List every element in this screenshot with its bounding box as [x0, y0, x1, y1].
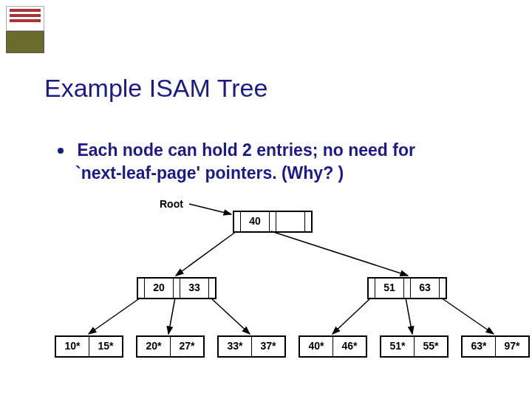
leaf-2: 33* 37*	[217, 335, 286, 358]
leaf-1-1: 27*	[171, 337, 203, 356]
index-left-key-0: 20	[145, 279, 174, 298]
leaf-1: 20* 27*	[136, 335, 205, 358]
index-right: 51 63	[367, 277, 447, 299]
leaf-0-0: 10*	[56, 337, 89, 356]
root-key-1	[276, 212, 305, 231]
leaf-4: 51* 55*	[380, 335, 449, 358]
leaf-5-0: 63*	[463, 337, 496, 356]
leaf-5: 63* 97*	[461, 335, 530, 358]
leaf-2-1: 37*	[252, 337, 284, 356]
leaf-0-1: 15*	[89, 337, 122, 356]
leaf-0: 10* 15*	[55, 335, 123, 358]
leaf-4-1: 55*	[415, 337, 447, 356]
index-right-key-0: 51	[375, 279, 404, 298]
svg-line-0	[189, 204, 231, 214]
leaf-3-1: 46*	[333, 337, 366, 356]
diagram: Root 40 20 33 51 63 10* 15* 20* 27* 33* …	[0, 0, 532, 399]
svg-line-7	[406, 298, 412, 334]
leaf-2-0: 33*	[219, 337, 252, 356]
svg-line-4	[168, 298, 175, 334]
svg-line-6	[332, 298, 371, 334]
svg-line-5	[211, 298, 250, 334]
root-key-0: 40	[241, 212, 270, 231]
leaf-3: 40* 46*	[299, 335, 367, 358]
leaf-4-0: 51*	[381, 337, 415, 356]
root-label: Root	[160, 198, 183, 210]
svg-line-3	[89, 298, 140, 334]
index-right-key-1: 63	[411, 279, 440, 298]
index-left-key-1: 33	[180, 279, 209, 298]
index-left: 20 33	[137, 277, 216, 299]
leaf-5-1: 97*	[496, 337, 528, 356]
svg-line-8	[441, 298, 494, 334]
leaf-3-0: 40*	[300, 337, 333, 356]
svg-line-2	[271, 231, 408, 276]
svg-line-1	[176, 231, 236, 276]
leaf-1-0: 20*	[137, 337, 171, 356]
root-node: 40	[233, 211, 313, 233]
